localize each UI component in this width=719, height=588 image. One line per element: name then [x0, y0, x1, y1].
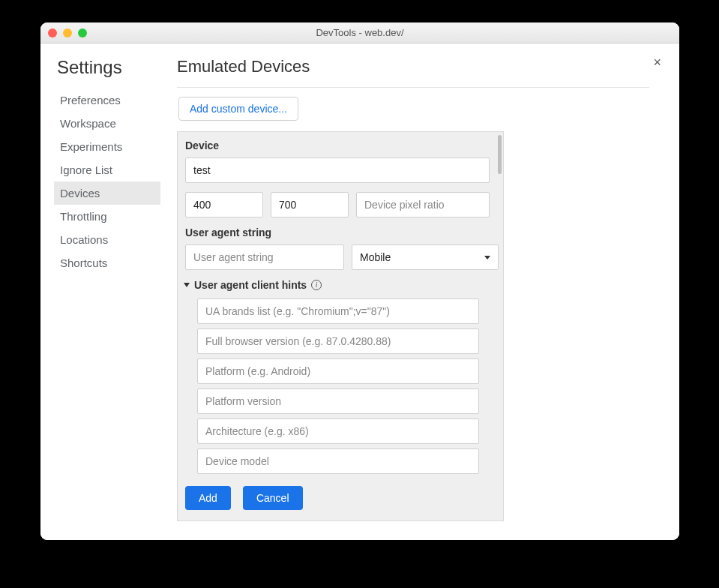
device-width-input[interactable] [185, 192, 263, 218]
sidebar-item-throttling[interactable]: Throttling [54, 205, 160, 228]
device-pixel-ratio-input[interactable] [356, 192, 490, 218]
titlebar: DevTools - web.dev/ [40, 22, 679, 44]
cancel-button[interactable]: Cancel [243, 486, 303, 510]
device-section-label: Device [185, 140, 503, 152]
sidebar-item-workspace[interactable]: Workspace [54, 112, 160, 135]
uach-full-version-input[interactable] [197, 328, 479, 354]
scrollbar-thumb[interactable] [498, 135, 502, 174]
add-custom-device-button[interactable]: Add custom device... [178, 97, 298, 121]
settings-panel: × Settings Preferences Workspace Experim… [40, 44, 679, 540]
window-title: DevTools - web.dev/ [40, 27, 679, 38]
sidebar-item-experiments[interactable]: Experiments [54, 135, 160, 158]
add-button[interactable]: Add [185, 486, 231, 510]
user-agent-input[interactable] [185, 244, 344, 270]
minimize-window-icon[interactable] [63, 28, 72, 38]
device-type-selected-label: Mobile [360, 251, 391, 263]
uach-architecture-input[interactable] [197, 418, 479, 444]
devtools-window: DevTools - web.dev/ × Settings Preferenc… [40, 22, 679, 540]
sidebar-item-preferences[interactable]: Preferences [54, 88, 160, 112]
sidebar-item-shortcuts[interactable]: Shortcuts [54, 251, 160, 274]
traffic-lights [48, 28, 87, 38]
device-form-panel: Device User agent string Mobile [177, 131, 504, 521]
chevron-down-icon [484, 256, 490, 260]
uach-device-model-input[interactable] [197, 448, 479, 474]
ua-section-label: User agent string [185, 226, 503, 238]
settings-sidebar: Settings Preferences Workspace Experimen… [40, 57, 159, 540]
close-window-icon[interactable] [48, 28, 57, 38]
uach-fields [185, 298, 503, 478]
uach-brands-input[interactable] [197, 298, 479, 324]
device-name-input[interactable] [185, 158, 490, 183]
divider [177, 87, 649, 88]
device-type-select[interactable]: Mobile [352, 244, 499, 270]
main-content: Emulated Devices Add custom device... De… [159, 57, 679, 540]
sidebar-item-devices[interactable]: Devices [54, 182, 160, 205]
uach-section-label: User agent client hints [194, 279, 307, 291]
close-icon[interactable]: × [650, 52, 664, 72]
uach-disclosure-header[interactable]: User agent client hints i [185, 279, 503, 291]
info-icon[interactable]: i [311, 280, 322, 290]
page-title: Emulated Devices [177, 57, 649, 76]
sidebar-item-ignore-list[interactable]: Ignore List [54, 158, 160, 182]
uach-platform-version-input[interactable] [197, 388, 479, 414]
sidebar-item-locations[interactable]: Locations [54, 228, 160, 251]
sidebar-title: Settings [57, 57, 159, 78]
disclosure-triangle-icon [184, 283, 190, 287]
uach-platform-input[interactable] [197, 358, 479, 384]
maximize-window-icon[interactable] [78, 28, 87, 38]
device-height-input[interactable] [271, 192, 349, 218]
